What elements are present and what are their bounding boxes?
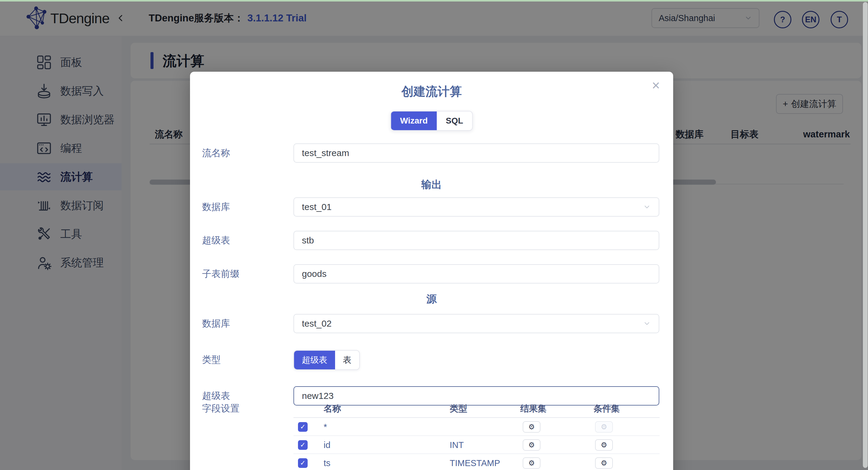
fields-settings-label: 字段设置 xyxy=(202,399,240,418)
output-database-value: test_01 xyxy=(302,202,332,212)
tab-wizard[interactable]: Wizard xyxy=(391,111,437,130)
gear-icon: ⚙ xyxy=(601,441,608,449)
field-name: id xyxy=(323,436,331,454)
type-option-stable[interactable]: 超级表 xyxy=(294,351,335,369)
result-set-gear-button[interactable]: ⚙ xyxy=(523,457,540,469)
stream-name-label: 流名称 xyxy=(202,143,230,163)
modal-title: 创建流计算 xyxy=(190,83,673,100)
source-type-toggle: 超级表 表 xyxy=(293,350,360,370)
create-stream-modal: × 创建流计算 Wizard SQL 流名称 输出 数据库 test_01 超级… xyxy=(190,72,673,470)
fields-header-result-set: 结果集 xyxy=(520,403,547,414)
output-stable-label: 超级表 xyxy=(202,231,230,250)
source-database-label: 数据库 xyxy=(202,314,230,333)
gear-icon: ⚙ xyxy=(528,423,535,431)
stream-name-input[interactable] xyxy=(293,143,659,163)
result-set-gear-button[interactable]: ⚙ xyxy=(523,439,540,451)
result-set-gear-button[interactable]: ⚙ xyxy=(523,421,540,433)
chevron-down-icon xyxy=(643,320,651,328)
check-icon: ✓ xyxy=(300,423,306,431)
source-stable-input[interactable] xyxy=(293,386,659,405)
type-option-table[interactable]: 表 xyxy=(335,351,359,369)
subtable-prefix-input[interactable] xyxy=(293,264,659,283)
source-database-select[interactable]: test_02 xyxy=(293,314,659,333)
field-row-ts: ✓ ts TIMESTAMP ⚙ ⚙ xyxy=(293,454,660,470)
gear-icon: ⚙ xyxy=(601,423,608,431)
chevron-down-icon xyxy=(643,203,651,211)
subtable-prefix-label: 子表前缀 xyxy=(202,264,240,283)
condition-set-gear-button[interactable]: ⚙ xyxy=(595,457,613,469)
app-root: TDengine TDengine服务版本： 3.1.1.12 Trial As… xyxy=(0,0,868,470)
field-type: INT xyxy=(450,436,464,454)
field-row-star: ✓ * ⚙ ⚙ xyxy=(293,418,660,436)
source-section-title: 源 xyxy=(190,292,673,306)
source-type-label: 类型 xyxy=(202,350,221,369)
fields-header-condition-set: 条件集 xyxy=(593,403,620,414)
field-name: * xyxy=(323,418,327,436)
field-checkbox[interactable]: ✓ xyxy=(298,422,308,432)
condition-set-gear-button[interactable]: ⚙ xyxy=(595,439,613,451)
output-section-title: 输出 xyxy=(190,178,673,192)
fields-header-type: 类型 xyxy=(450,403,467,414)
field-checkbox[interactable]: ✓ xyxy=(298,440,308,450)
field-type: TIMESTAMP xyxy=(450,454,500,470)
output-database-select[interactable]: test_01 xyxy=(293,197,659,216)
mode-tab-group: Wizard SQL xyxy=(390,111,473,131)
field-row-id: ✓ id INT ⚙ ⚙ xyxy=(293,436,660,454)
gear-icon: ⚙ xyxy=(528,459,535,467)
output-stable-input[interactable] xyxy=(293,231,659,250)
field-checkbox[interactable]: ✓ xyxy=(298,458,308,468)
vertical-scrollbar-thumb[interactable] xyxy=(863,2,868,468)
tab-sql[interactable]: SQL xyxy=(437,111,472,130)
check-icon: ✓ xyxy=(300,441,306,449)
fields-header-name: 名称 xyxy=(323,403,341,414)
browser-top-strip xyxy=(0,0,868,1)
field-name: ts xyxy=(323,454,331,470)
gear-icon: ⚙ xyxy=(528,441,535,449)
condition-set-gear-button-disabled: ⚙ xyxy=(595,421,613,433)
output-database-label: 数据库 xyxy=(202,197,230,216)
check-icon: ✓ xyxy=(300,459,306,467)
gear-icon: ⚙ xyxy=(601,459,608,467)
source-database-value: test_02 xyxy=(302,318,332,329)
